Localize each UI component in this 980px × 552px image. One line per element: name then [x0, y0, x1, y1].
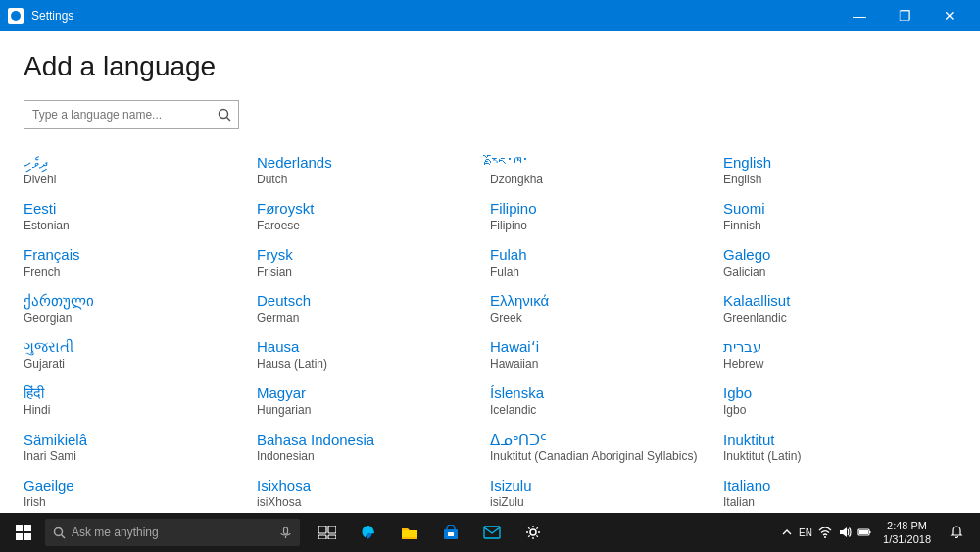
- language-item[interactable]: KalaallisutGreenlandic: [723, 285, 956, 331]
- language-grid: ދިވެހިDivehiNederlandsDutchརྫོང་ཁ་Dzongk…: [24, 147, 956, 513]
- language-item[interactable]: FryskFrisian: [257, 239, 490, 285]
- language-native-name: Suomi: [723, 199, 949, 219]
- language-item[interactable]: GalegoGalician: [723, 239, 956, 285]
- keyboard-icon: ENG: [799, 527, 812, 538]
- language-item[interactable]: རྫོང་ཁ་Dzongkha: [490, 147, 723, 193]
- language-item[interactable]: ΕλληνικάGreek: [490, 285, 723, 331]
- language-item[interactable]: EestiEstonian: [24, 193, 257, 239]
- language-item[interactable]: MagyarHungarian: [257, 377, 490, 424]
- chevron-up-icon[interactable]: [781, 527, 793, 538]
- language-english-name: Faroese: [257, 219, 482, 234]
- language-english-name: isiXhosa: [257, 495, 482, 511]
- language-search-box[interactable]: [24, 100, 239, 129]
- start-button[interactable]: [4, 513, 43, 552]
- settings-taskbar-icon[interactable]: [514, 513, 553, 552]
- language-english-name: Gujarati: [24, 357, 249, 373]
- language-english-name: Greenlandic: [723, 311, 949, 326]
- language-english-name: Frisian: [257, 265, 482, 280]
- svg-rect-6: [24, 533, 31, 540]
- language-english-name: Italian: [723, 495, 949, 511]
- language-item[interactable]: FøroysktFaroese: [257, 193, 490, 239]
- language-english-name: Georgian: [24, 311, 249, 326]
- language-item[interactable]: FilipinoFilipino: [490, 193, 723, 239]
- language-english-name: isiZulu: [490, 495, 715, 511]
- language-item[interactable]: ગુજરાતીGujarati: [24, 331, 257, 377]
- language-native-name: Hawaiʻi: [490, 337, 715, 357]
- settings-app-icon: [8, 8, 24, 24]
- svg-rect-3: [16, 525, 23, 531]
- language-native-name: Hausa: [257, 337, 482, 357]
- language-english-name: Divehi: [24, 173, 249, 188]
- edge-browser-icon[interactable]: [349, 513, 388, 552]
- svg-line-8: [62, 534, 66, 538]
- language-item[interactable]: HawaiʻiHawaiian: [490, 331, 723, 377]
- file-explorer-icon[interactable]: [390, 513, 429, 552]
- store-icon[interactable]: [431, 513, 470, 552]
- taskbar-search-icon: [53, 527, 66, 539]
- minimize-button[interactable]: —: [837, 0, 882, 31]
- language-english-name: Greek: [490, 311, 715, 326]
- language-english-name: Irish: [24, 495, 249, 511]
- title-bar-text: Settings: [31, 9, 74, 23]
- language-item[interactable]: SuomiFinnish: [723, 193, 956, 239]
- svg-rect-12: [328, 526, 336, 533]
- language-item[interactable]: ItalianoItalian: [723, 471, 956, 513]
- language-english-name: French: [24, 265, 249, 280]
- language-item[interactable]: SämikielâInari Sami: [24, 425, 257, 471]
- close-button[interactable]: ✕: [927, 0, 972, 31]
- language-native-name: Galego: [723, 245, 949, 265]
- svg-point-1: [220, 110, 228, 119]
- language-native-name: Isixhosa: [257, 477, 482, 496]
- language-item[interactable]: FrançaisFrench: [24, 239, 257, 285]
- svg-rect-4: [24, 525, 31, 531]
- language-item[interactable]: NederlandsDutch: [257, 147, 490, 193]
- language-item[interactable]: IsizuluisiZulu: [490, 471, 723, 513]
- language-item[interactable]: ქართულიGeorgian: [24, 285, 257, 331]
- language-native-name: Gaeilge: [24, 477, 249, 496]
- volume-icon: [838, 526, 852, 539]
- language-search-input[interactable]: [24, 108, 211, 122]
- language-english-name: English: [723, 173, 949, 188]
- language-item[interactable]: ÍslenskaIcelandic: [490, 377, 723, 424]
- svg-rect-23: [859, 530, 868, 534]
- mail-icon[interactable]: [472, 513, 512, 552]
- task-view-button[interactable]: [308, 513, 347, 552]
- language-item[interactable]: HausaHausa (Latin): [257, 331, 490, 377]
- language-english-name: Indonesian: [257, 449, 482, 465]
- language-item[interactable]: FulahFulah: [490, 239, 723, 285]
- language-native-name: ދިވެހި: [24, 153, 249, 173]
- language-native-name: ᐃᓄᒃᑎᑐᑦ: [490, 430, 715, 450]
- svg-rect-17: [484, 527, 500, 538]
- language-native-name: Eesti: [24, 199, 249, 219]
- language-native-name: Isizulu: [490, 477, 715, 496]
- language-native-name: Filipino: [490, 199, 715, 219]
- svg-rect-5: [16, 533, 23, 540]
- system-clock[interactable]: 2:48 PM 1/31/2018: [883, 519, 931, 547]
- language-item[interactable]: ᐃᓄᒃᑎᑐᑦInuktitut (Canadian Aboriginal Syl…: [490, 425, 723, 471]
- maximize-button[interactable]: ❐: [882, 0, 927, 31]
- notification-button[interactable]: [941, 513, 972, 552]
- language-item[interactable]: GaeilgeIrish: [24, 471, 257, 513]
- clock-date: 1/31/2018: [883, 532, 931, 546]
- language-english-name: Hausa (Latin): [257, 357, 482, 373]
- language-native-name: ქართული: [24, 291, 249, 311]
- battery-icon: [858, 526, 871, 539]
- language-item[interactable]: עבריתHebrew: [723, 331, 956, 377]
- language-native-name: Magyar: [257, 383, 482, 403]
- language-item[interactable]: EnglishEnglish: [723, 147, 956, 193]
- clock-time: 2:48 PM: [887, 519, 927, 532]
- svg-point-7: [55, 527, 63, 535]
- language-native-name: Kalaallisut: [723, 291, 949, 311]
- taskbar-search-box[interactable]: Ask me anything: [45, 519, 300, 546]
- language-item[interactable]: ދިވެހިDivehi: [24, 147, 257, 193]
- language-item[interactable]: IgboIgbo: [723, 377, 956, 424]
- language-item[interactable]: IsixhosaisiXhosa: [257, 471, 490, 513]
- language-item[interactable]: DeutschGerman: [257, 285, 490, 331]
- language-native-name: Italiano: [723, 477, 949, 496]
- language-english-name: Finnish: [723, 219, 949, 234]
- language-english-name: Estonian: [24, 219, 249, 234]
- language-item[interactable]: InuktitutInuktitut (Latin): [723, 425, 956, 471]
- language-item[interactable]: हिंदीHindi: [24, 377, 257, 424]
- language-english-name: German: [257, 311, 482, 326]
- language-item[interactable]: Bahasa IndonesiaIndonesian: [257, 425, 490, 471]
